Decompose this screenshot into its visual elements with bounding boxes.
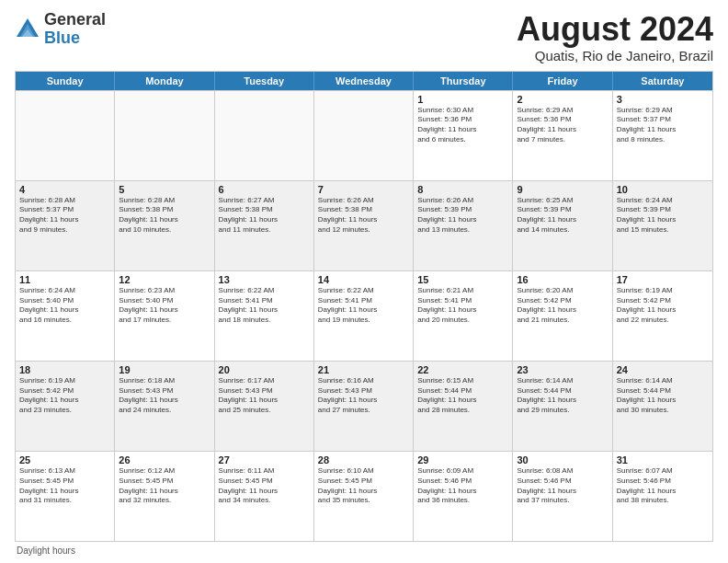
logo-icon — [15, 17, 40, 42]
day-info: Sunrise: 6:20 AM Sunset: 5:42 PM Dayligh… — [517, 286, 608, 326]
day-info: Sunrise: 6:14 AM Sunset: 5:44 PM Dayligh… — [517, 376, 608, 416]
day-number: 21 — [318, 364, 409, 375]
day-number: 8 — [417, 184, 508, 195]
day-number: 1 — [417, 94, 508, 105]
day-number: 26 — [119, 454, 210, 465]
title-block: August 2024 Quatis, Rio de Janeiro, Braz… — [517, 11, 713, 63]
day-number: 15 — [417, 274, 508, 285]
day-info: Sunrise: 6:28 AM Sunset: 5:38 PM Dayligh… — [119, 196, 210, 236]
calendar-cell: 22Sunrise: 6:15 AM Sunset: 5:44 PM Dayli… — [414, 362, 513, 451]
day-number: 2 — [517, 94, 608, 105]
day-number: 28 — [318, 454, 409, 465]
calendar-cell — [115, 91, 214, 180]
calendar-subtitle: Quatis, Rio de Janeiro, Brazil — [517, 48, 713, 63]
day-info: Sunrise: 6:29 AM Sunset: 5:36 PM Dayligh… — [517, 106, 608, 145]
calendar-header-cell: Thursday — [414, 72, 513, 90]
day-number: 31 — [617, 454, 709, 465]
calendar-cell: 9Sunrise: 6:25 AM Sunset: 5:39 PM Daylig… — [513, 181, 612, 270]
calendar-cell — [16, 91, 115, 180]
day-number: 25 — [19, 454, 110, 465]
day-info: Sunrise: 6:09 AM Sunset: 5:46 PM Dayligh… — [417, 466, 508, 506]
day-info: Sunrise: 6:23 AM Sunset: 5:40 PM Dayligh… — [119, 286, 210, 326]
calendar-cell: 19Sunrise: 6:18 AM Sunset: 5:43 PM Dayli… — [115, 362, 214, 451]
day-number: 17 — [617, 274, 709, 285]
calendar-body: 1Sunrise: 6:30 AM Sunset: 5:36 PM Daylig… — [16, 90, 712, 541]
calendar-week-row: 18Sunrise: 6:19 AM Sunset: 5:42 PM Dayli… — [16, 361, 712, 451]
calendar-week-row: 11Sunrise: 6:24 AM Sunset: 5:40 PM Dayli… — [16, 270, 712, 361]
calendar-cell: 27Sunrise: 6:11 AM Sunset: 5:45 PM Dayli… — [215, 452, 314, 541]
day-number: 13 — [219, 274, 310, 285]
day-number: 11 — [19, 274, 110, 285]
day-info: Sunrise: 6:16 AM Sunset: 5:43 PM Dayligh… — [318, 376, 409, 416]
calendar-cell: 21Sunrise: 6:16 AM Sunset: 5:43 PM Dayli… — [314, 362, 414, 451]
day-info: Sunrise: 6:10 AM Sunset: 5:45 PM Dayligh… — [318, 466, 409, 506]
logo-general-text: General — [44, 11, 106, 29]
logo-blue-text: Blue — [44, 29, 106, 48]
calendar-header-cell: Sunday — [16, 72, 115, 90]
page: General Blue August 2024 Quatis, Rio de … — [0, 0, 728, 563]
calendar-cell: 6Sunrise: 6:27 AM Sunset: 5:38 PM Daylig… — [215, 181, 314, 270]
day-info: Sunrise: 6:22 AM Sunset: 5:41 PM Dayligh… — [318, 286, 409, 326]
day-info: Sunrise: 6:13 AM Sunset: 5:45 PM Dayligh… — [19, 466, 110, 506]
day-number: 6 — [219, 184, 310, 195]
calendar-cell: 29Sunrise: 6:09 AM Sunset: 5:46 PM Dayli… — [414, 452, 513, 541]
day-number: 14 — [318, 274, 409, 285]
day-number: 18 — [19, 364, 110, 375]
calendar-cell: 30Sunrise: 6:08 AM Sunset: 5:46 PM Dayli… — [513, 452, 612, 541]
day-info: Sunrise: 6:19 AM Sunset: 5:42 PM Dayligh… — [19, 376, 110, 416]
day-info: Sunrise: 6:12 AM Sunset: 5:45 PM Dayligh… — [119, 466, 210, 506]
calendar-cell: 15Sunrise: 6:21 AM Sunset: 5:41 PM Dayli… — [414, 271, 513, 361]
day-info: Sunrise: 6:08 AM Sunset: 5:46 PM Dayligh… — [517, 466, 608, 506]
day-number: 7 — [318, 184, 409, 195]
day-info: Sunrise: 6:27 AM Sunset: 5:38 PM Dayligh… — [219, 196, 310, 236]
calendar-cell: 8Sunrise: 6:26 AM Sunset: 5:39 PM Daylig… — [414, 181, 513, 270]
day-info: Sunrise: 6:17 AM Sunset: 5:43 PM Dayligh… — [219, 376, 310, 416]
day-info: Sunrise: 6:22 AM Sunset: 5:41 PM Dayligh… — [219, 286, 310, 326]
day-info: Sunrise: 6:26 AM Sunset: 5:38 PM Dayligh… — [318, 196, 409, 236]
day-number: 5 — [119, 184, 210, 195]
day-number: 23 — [517, 364, 608, 375]
day-info: Sunrise: 6:21 AM Sunset: 5:41 PM Dayligh… — [417, 286, 508, 326]
calendar-cell: 10Sunrise: 6:24 AM Sunset: 5:39 PM Dayli… — [613, 181, 712, 270]
footnote: Daylight hours — [15, 546, 713, 556]
calendar-header-cell: Friday — [513, 72, 612, 90]
calendar-cell — [215, 91, 314, 180]
calendar-cell: 26Sunrise: 6:12 AM Sunset: 5:45 PM Dayli… — [115, 452, 214, 541]
calendar-cell: 7Sunrise: 6:26 AM Sunset: 5:38 PM Daylig… — [314, 181, 414, 270]
calendar-cell: 25Sunrise: 6:13 AM Sunset: 5:45 PM Dayli… — [16, 452, 115, 541]
calendar-cell: 13Sunrise: 6:22 AM Sunset: 5:41 PM Dayli… — [215, 271, 314, 361]
calendar-cell: 12Sunrise: 6:23 AM Sunset: 5:40 PM Dayli… — [115, 271, 214, 361]
day-info: Sunrise: 6:18 AM Sunset: 5:43 PM Dayligh… — [119, 376, 210, 416]
calendar-header-row: SundayMondayTuesdayWednesdayThursdayFrid… — [16, 72, 712, 90]
day-number: 24 — [617, 364, 709, 375]
day-info: Sunrise: 6:11 AM Sunset: 5:45 PM Dayligh… — [219, 466, 310, 506]
day-number: 12 — [119, 274, 210, 285]
day-info: Sunrise: 6:19 AM Sunset: 5:42 PM Dayligh… — [617, 286, 709, 326]
calendar-cell: 3Sunrise: 6:29 AM Sunset: 5:37 PM Daylig… — [613, 91, 712, 180]
day-number: 16 — [517, 274, 608, 285]
day-info: Sunrise: 6:25 AM Sunset: 5:39 PM Dayligh… — [517, 196, 608, 236]
calendar-week-row: 25Sunrise: 6:13 AM Sunset: 5:45 PM Dayli… — [16, 451, 712, 541]
calendar-header-cell: Monday — [115, 72, 214, 90]
calendar-week-row: 1Sunrise: 6:30 AM Sunset: 5:36 PM Daylig… — [16, 90, 712, 180]
calendar-header-cell: Saturday — [613, 72, 712, 90]
calendar-cell: 4Sunrise: 6:28 AM Sunset: 5:37 PM Daylig… — [16, 181, 115, 270]
calendar-cell: 23Sunrise: 6:14 AM Sunset: 5:44 PM Dayli… — [513, 362, 612, 451]
day-info: Sunrise: 6:30 AM Sunset: 5:36 PM Dayligh… — [417, 106, 508, 145]
day-number: 22 — [417, 364, 508, 375]
calendar-cell: 18Sunrise: 6:19 AM Sunset: 5:42 PM Dayli… — [16, 362, 115, 451]
day-info: Sunrise: 6:29 AM Sunset: 5:37 PM Dayligh… — [617, 106, 709, 145]
day-number: 9 — [517, 184, 608, 195]
day-info: Sunrise: 6:26 AM Sunset: 5:39 PM Dayligh… — [417, 196, 508, 236]
day-number: 4 — [19, 184, 110, 195]
day-number: 30 — [517, 454, 608, 465]
logo: General Blue — [15, 11, 106, 48]
calendar-cell: 1Sunrise: 6:30 AM Sunset: 5:36 PM Daylig… — [414, 91, 513, 180]
calendar-cell: 16Sunrise: 6:20 AM Sunset: 5:42 PM Dayli… — [513, 271, 612, 361]
calendar-cell: 14Sunrise: 6:22 AM Sunset: 5:41 PM Dayli… — [314, 271, 414, 361]
calendar-title: August 2024 — [517, 11, 713, 48]
logo-text: General Blue — [44, 11, 106, 48]
day-info: Sunrise: 6:24 AM Sunset: 5:39 PM Dayligh… — [617, 196, 709, 236]
calendar-cell — [314, 91, 414, 180]
day-number: 19 — [119, 364, 210, 375]
